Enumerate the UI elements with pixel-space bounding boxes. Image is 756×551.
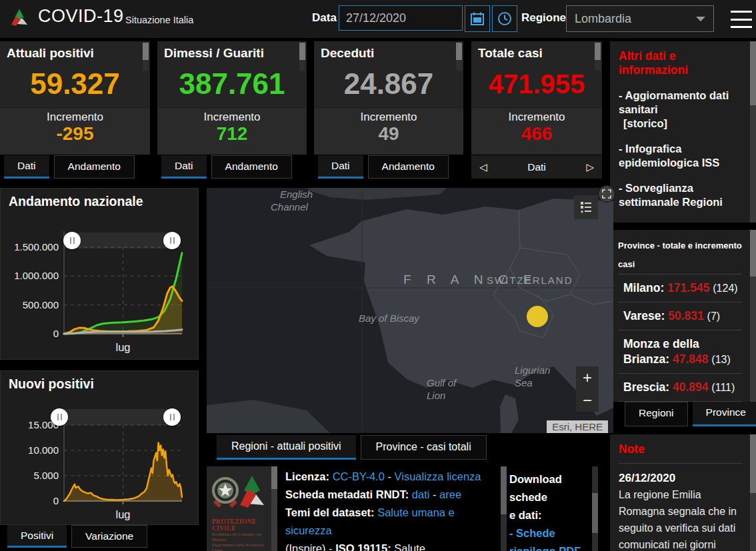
tab-regioni[interactable]: Regioni: [625, 402, 688, 426]
next-arrow-button[interactable]: ▷: [586, 161, 594, 173]
tab-positivi[interactable]: Positivi: [7, 525, 67, 548]
card1-tabs: Dati Andamento: [4, 155, 139, 179]
scrollbar[interactable]: [750, 434, 756, 551]
panel-altri-dati: Altri dati e informazioni - Aggiornament…: [610, 41, 756, 223]
tab-andamento[interactable]: Andamento: [211, 155, 292, 179]
link-dati[interactable]: dati: [412, 488, 430, 500]
province-panel-title: Province - totale e incremento casi: [618, 237, 751, 274]
prev-arrow-button[interactable]: ◁: [479, 161, 487, 173]
incremento-label: Incremento: [314, 111, 463, 124]
map-tabs: Regioni - attuali positivi Province - ca…: [217, 435, 491, 460]
link-aggiornamento-dati-sanitari[interactable]: - Aggiornamento dati sanitari [storico]: [619, 89, 733, 131]
date-input[interactable]: [339, 5, 463, 31]
card-deceduti: Deceduti 24.867 Incremento 49: [314, 41, 463, 155]
license-line: Scheda metadati RNDT: dati - aree: [285, 486, 500, 504]
covid-dashboard: COVID-19 Situazione Italia Data Regione …: [0, 0, 756, 551]
map-label-gulf-of-lion: Gulf ofLion: [427, 376, 456, 402]
nuovi-positivi-chart: 05.00010.00015.000lug: [1, 371, 198, 524]
link-infografica-iss[interactable]: - Infografica epidemiologica ISS: [619, 142, 733, 170]
incremento-value: 712: [157, 124, 307, 145]
tab-dati[interactable]: Dati: [4, 155, 49, 179]
card-attuali-positivi: Attuali positivi 59.327 Incremento -295: [0, 41, 150, 155]
scrollbar[interactable]: [750, 41, 756, 223]
province-row: Milano: 171.545 (124): [618, 274, 742, 302]
calendar-button[interactable]: [465, 5, 490, 32]
card4-tabbar: ◁ Dati ▷: [471, 155, 602, 179]
logo-sub-text: Dipartimento della Protezione Civile: [212, 542, 268, 551]
zoom-in-button[interactable]: +: [576, 366, 599, 389]
slider-handle-left[interactable]: [63, 232, 81, 249]
link-schede-riepilogo-pdf[interactable]: - Schede riepilogo PDF: [509, 524, 595, 551]
note-text: La regione Emilia Romagna segnala che in…: [619, 486, 737, 551]
incremento-value: 466: [471, 124, 602, 145]
slider-handle-right[interactable]: [163, 408, 181, 426]
tab-andamento[interactable]: Andamento: [54, 155, 135, 179]
protezione-civile-logo: [212, 470, 268, 514]
time-button[interactable]: [492, 5, 517, 32]
svg-text:lug: lug: [115, 341, 130, 353]
link-aree[interactable]: aree: [439, 488, 461, 500]
map-label-english-channel: EnglishChannel: [280, 188, 313, 213]
note-title: Note: [619, 442, 743, 456]
tab-andamento[interactable]: Andamento: [368, 155, 449, 179]
slider-handle-right[interactable]: [163, 232, 181, 249]
map-label-switzerland: SWITZERLAND: [487, 274, 573, 286]
slider-handle-left[interactable]: [51, 408, 68, 426]
clock-icon: [497, 11, 512, 26]
region-marker-lombardia[interactable]: [527, 306, 548, 327]
map-canvas: [207, 188, 613, 433]
tab-province-casi-totali[interactable]: Province - casi totali: [361, 435, 487, 460]
time-range-slider[interactable]: [59, 409, 177, 425]
expand-map-button[interactable]: [598, 185, 615, 203]
card-scrollbar[interactable]: [456, 43, 462, 71]
chart-title: Andamento nazionale: [9, 194, 143, 209]
page-title: COVID-19: [38, 6, 124, 27]
tab-variazione[interactable]: Variazione: [71, 525, 147, 548]
regione-select[interactable]: Lombardia: [566, 5, 714, 32]
tab-dati[interactable]: Dati: [161, 155, 207, 179]
svg-text:0: 0: [53, 328, 59, 339]
card-scrollbar[interactable]: [143, 43, 149, 71]
card3-tabs: Dati Andamento: [318, 155, 453, 179]
card2-tabs: Dati Andamento: [161, 155, 297, 179]
panel-province: Province - totale e incremento casi Mila…: [610, 230, 756, 426]
svg-text:5.000: 5.000: [33, 470, 59, 481]
card-dimessi-guariti: Dimessi / Guariti 387.761 Incremento 712: [157, 41, 307, 155]
chart-title: Nuovi positivi: [9, 376, 94, 392]
logo-org-text: PROTEZIONE CIVILE: [212, 518, 268, 532]
card-scrollbar[interactable]: [299, 43, 305, 71]
tab-dati[interactable]: Dati: [318, 155, 363, 179]
panel-note: Note 26/12/2020 La regione Emilia Romagn…: [610, 434, 756, 551]
time-range-slider[interactable]: [67, 233, 177, 249]
scrollbar[interactable]: [750, 230, 756, 402]
scrollbar[interactable]: [271, 466, 277, 551]
chevron-down-icon: [696, 17, 705, 21]
tab-dati[interactable]: Dati: [527, 161, 546, 173]
map[interactable]: EnglishChannel Bay of Biscay F R A N C E…: [207, 188, 613, 433]
province-row: Brescia: 40.894 (111): [618, 373, 742, 401]
page-subtitle: Situazione Italia: [125, 15, 193, 25]
license-line: Temi del dataset: Salute umana e sicurez…: [285, 504, 500, 540]
link-sorveglianza-regioni[interactable]: - Sorveglianza settimanale Regioni: [619, 181, 733, 209]
card-totale-casi: Totale casi 471.955 Incremento 466: [471, 41, 602, 155]
link-visualizza-licenza[interactable]: Visualizza licenza: [395, 470, 481, 482]
zoom-out-button[interactable]: −: [576, 389, 599, 412]
header: COVID-19 Situazione Italia Data Regione …: [0, 0, 756, 38]
card-scrollbar[interactable]: [595, 43, 601, 71]
tab-regioni-attuali-positivi[interactable]: Regioni - attuali positivi: [217, 435, 356, 460]
menu-button[interactable]: [731, 11, 752, 28]
link-cc-by[interactable]: CC-BY-4.0: [333, 470, 385, 482]
tab-province[interactable]: Province: [693, 402, 756, 426]
scrollbar[interactable]: [592, 466, 598, 551]
svg-text:lug: lug: [115, 508, 130, 520]
license-line: (Inspire) - ISO 19115: Salute: [285, 540, 500, 551]
card-value: 59.327: [0, 61, 150, 107]
link-aggiornamento-clipped[interactable]: - Aggiornamento dati sanitari: [619, 221, 733, 223]
license-info: Licenza: CC-BY-4.0 - Visualizza licenza …: [285, 468, 500, 551]
app-logo-icon: [7, 7, 32, 31]
license-line: Licenza: CC-BY-4.0 - Visualizza licenza: [285, 468, 500, 486]
legend-button[interactable]: [574, 195, 598, 219]
scrollbar[interactable]: [501, 466, 507, 551]
panel-andamento-nazionale: Andamento nazionale 0500.0001.000.0001.5…: [0, 188, 199, 360]
incremento-label: Incremento: [157, 111, 307, 124]
